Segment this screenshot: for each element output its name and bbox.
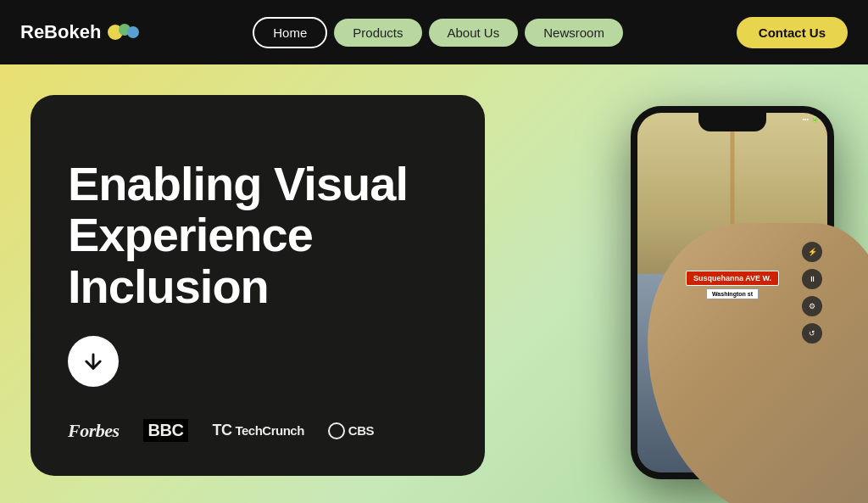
arrow-down-icon (81, 349, 105, 373)
forbes-logo: Forbes (68, 420, 120, 442)
phone-refresh-button: ↺ (802, 323, 822, 344)
logo-text: ReBokeh (20, 21, 101, 43)
nav-products-button[interactable]: Products (334, 19, 421, 47)
scroll-down-button[interactable] (68, 336, 119, 387)
cbs-logo: CBS (328, 422, 374, 439)
phone-settings-button: ⚙ (802, 296, 822, 316)
phone-flash-button: ⚡ (802, 242, 822, 262)
phone-controls: ⚡ ⏸ ⚙ ↺ (802, 242, 822, 344)
hero-section: Enabling Visual Experience Inclusion For… (0, 64, 868, 503)
header: ReBokeh Home Products About Us Newsroom … (0, 0, 868, 64)
hero-card-content: Enabling Visual Experience Inclusion For… (68, 159, 448, 445)
phone-status-bar: ▪▪▪ 🔋 (803, 116, 819, 123)
dot-blue-icon (127, 26, 139, 38)
ar-sub-sign: Washington st (706, 288, 759, 299)
cbs-circle-icon (328, 422, 345, 439)
nav-about-button[interactable]: About Us (429, 19, 519, 47)
hero-left: Enabling Visual Experience Inclusion For… (0, 64, 526, 503)
logo: ReBokeh (20, 21, 139, 43)
logo-dots (108, 24, 139, 41)
hero-right: ▪▪▪ 🔋 Susquehanna AVE W. Washington st ⚡… (526, 64, 868, 503)
nav-newsroom-button[interactable]: Newsroom (525, 19, 623, 47)
press-logos: Forbes BBC TC TechCrunch CBS (68, 419, 448, 445)
phone-notch (698, 113, 766, 131)
bbc-logo: BBC (143, 419, 189, 442)
nav-home-button[interactable]: Home (253, 17, 327, 48)
main-nav: Home Products About Us Newsroom (253, 17, 623, 48)
techcrunch-logo: TC TechCrunch (212, 422, 303, 439)
ar-street-sign: Susquehanna AVE W. (686, 271, 779, 286)
phone-pause-button: ⏸ (802, 269, 822, 289)
hero-card: Enabling Visual Experience Inclusion For… (31, 95, 485, 476)
nav-contact-button[interactable]: Contact Us (737, 17, 848, 48)
hero-title: Enabling Visual Experience Inclusion (68, 159, 448, 312)
techcrunch-icon: TC (212, 422, 231, 439)
